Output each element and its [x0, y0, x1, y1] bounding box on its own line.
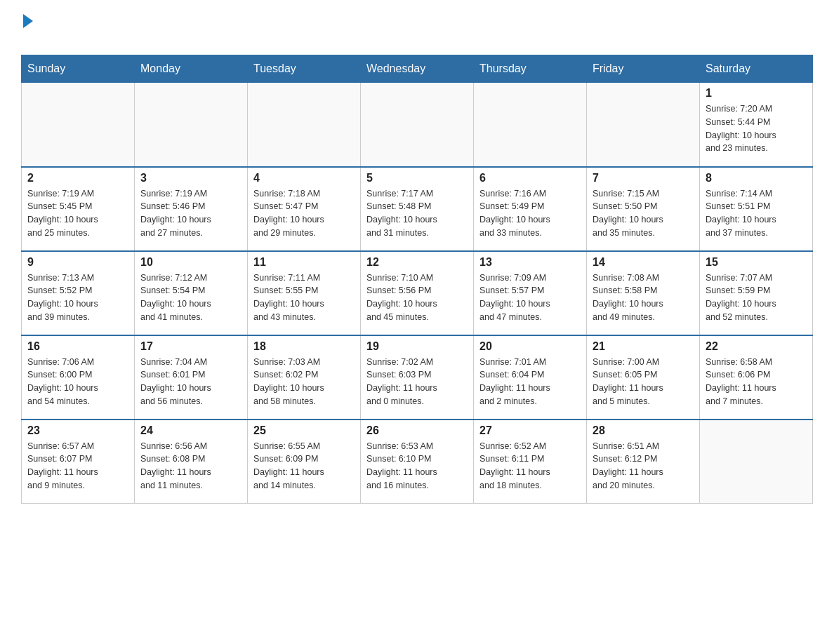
day-info: Sunrise: 7:20 AMSunset: 5:44 PMDaylight:…	[706, 102, 807, 155]
calendar-cell: 2Sunrise: 7:19 AMSunset: 5:45 PMDaylight…	[22, 167, 135, 251]
day-info: Sunrise: 7:09 AMSunset: 5:57 PMDaylight:…	[479, 271, 581, 324]
logo	[21, 14, 33, 48]
day-number: 15	[706, 256, 807, 269]
calendar-cell	[135, 83, 248, 167]
calendar-cell	[22, 83, 135, 167]
day-number: 25	[253, 424, 355, 437]
calendar-week-row: 9Sunrise: 7:13 AMSunset: 5:52 PMDaylight…	[22, 251, 813, 335]
calendar-cell: 21Sunrise: 7:00 AMSunset: 6:05 PMDayligh…	[587, 335, 700, 420]
calendar-cell: 8Sunrise: 7:14 AMSunset: 5:51 PMDaylight…	[700, 167, 813, 251]
calendar-cell: 16Sunrise: 7:06 AMSunset: 6:00 PMDayligh…	[22, 335, 135, 420]
calendar-cell: 18Sunrise: 7:03 AMSunset: 6:02 PMDayligh…	[248, 335, 361, 420]
day-info: Sunrise: 6:52 AMSunset: 6:11 PMDaylight:…	[479, 440, 581, 492]
day-number: 19	[366, 340, 468, 353]
day-number: 13	[479, 256, 581, 269]
day-info: Sunrise: 7:10 AMSunset: 5:56 PMDaylight:…	[366, 271, 468, 324]
day-number: 9	[27, 256, 128, 269]
day-number: 10	[140, 256, 241, 269]
day-info: Sunrise: 6:51 AMSunset: 6:12 PMDaylight:…	[593, 440, 694, 492]
day-number: 28	[593, 424, 694, 437]
calendar-cell: 17Sunrise: 7:04 AMSunset: 6:01 PMDayligh…	[135, 335, 248, 420]
day-info: Sunrise: 7:12 AMSunset: 5:54 PMDaylight:…	[140, 271, 241, 324]
calendar-cell: 11Sunrise: 7:11 AMSunset: 5:55 PMDayligh…	[248, 251, 361, 335]
day-number: 8	[706, 172, 807, 185]
day-number: 17	[140, 340, 241, 353]
day-info: Sunrise: 7:01 AMSunset: 6:04 PMDaylight:…	[479, 356, 581, 408]
calendar-week-row: 2Sunrise: 7:19 AMSunset: 5:45 PMDaylight…	[22, 167, 813, 251]
day-info: Sunrise: 6:56 AMSunset: 6:08 PMDaylight:…	[140, 440, 241, 492]
weekday-header-thursday: Thursday	[474, 55, 587, 83]
calendar-week-row: 23Sunrise: 6:57 AMSunset: 6:07 PMDayligh…	[22, 420, 813, 504]
weekday-header-wednesday: Wednesday	[361, 55, 474, 83]
calendar-cell	[474, 83, 587, 167]
day-info: Sunrise: 7:08 AMSunset: 5:58 PMDaylight:…	[593, 271, 694, 324]
page-header	[21, 14, 813, 48]
day-info: Sunrise: 7:19 AMSunset: 5:45 PMDaylight:…	[27, 187, 128, 240]
day-number: 1	[706, 87, 807, 100]
day-info: Sunrise: 7:14 AMSunset: 5:51 PMDaylight:…	[706, 187, 807, 240]
day-number: 26	[366, 424, 468, 437]
calendar-cell: 26Sunrise: 6:53 AMSunset: 6:10 PMDayligh…	[361, 420, 474, 504]
calendar-cell: 19Sunrise: 7:02 AMSunset: 6:03 PMDayligh…	[361, 335, 474, 420]
calendar-cell: 24Sunrise: 6:56 AMSunset: 6:08 PMDayligh…	[135, 420, 248, 504]
calendar-cell: 23Sunrise: 6:57 AMSunset: 6:07 PMDayligh…	[22, 420, 135, 504]
day-info: Sunrise: 6:55 AMSunset: 6:09 PMDaylight:…	[253, 440, 355, 492]
day-number: 23	[27, 424, 128, 437]
day-info: Sunrise: 7:15 AMSunset: 5:50 PMDaylight:…	[593, 187, 694, 240]
day-number: 3	[140, 172, 241, 185]
weekday-header-row: SundayMondayTuesdayWednesdayThursdayFrid…	[22, 55, 813, 83]
calendar-week-row: 1Sunrise: 7:20 AMSunset: 5:44 PMDaylight…	[22, 83, 813, 167]
day-info: Sunrise: 7:02 AMSunset: 6:03 PMDaylight:…	[366, 356, 468, 408]
day-number: 6	[479, 172, 581, 185]
day-number: 18	[253, 340, 355, 353]
day-info: Sunrise: 7:03 AMSunset: 6:02 PMDaylight:…	[253, 356, 355, 408]
day-info: Sunrise: 6:53 AMSunset: 6:10 PMDaylight:…	[366, 440, 468, 492]
weekday-header-saturday: Saturday	[700, 55, 813, 83]
calendar-cell	[361, 83, 474, 167]
day-info: Sunrise: 7:04 AMSunset: 6:01 PMDaylight:…	[140, 356, 241, 408]
day-info: Sunrise: 7:13 AMSunset: 5:52 PMDaylight:…	[27, 271, 128, 324]
calendar-cell: 27Sunrise: 6:52 AMSunset: 6:11 PMDayligh…	[474, 420, 587, 504]
weekday-header-sunday: Sunday	[22, 55, 135, 83]
calendar-cell	[248, 83, 361, 167]
day-number: 20	[479, 340, 581, 353]
weekday-header-monday: Monday	[135, 55, 248, 83]
calendar-cell: 3Sunrise: 7:19 AMSunset: 5:46 PMDaylight…	[135, 167, 248, 251]
calendar-cell	[700, 420, 813, 504]
calendar-cell: 12Sunrise: 7:10 AMSunset: 5:56 PMDayligh…	[361, 251, 474, 335]
day-info: Sunrise: 7:11 AMSunset: 5:55 PMDaylight:…	[253, 271, 355, 324]
day-number: 12	[366, 256, 468, 269]
day-number: 21	[593, 340, 694, 353]
day-number: 2	[27, 172, 128, 185]
day-info: Sunrise: 7:16 AMSunset: 5:49 PMDaylight:…	[479, 187, 581, 240]
day-info: Sunrise: 6:58 AMSunset: 6:06 PMDaylight:…	[706, 356, 807, 408]
calendar-cell: 25Sunrise: 6:55 AMSunset: 6:09 PMDayligh…	[248, 420, 361, 504]
day-info: Sunrise: 7:19 AMSunset: 5:46 PMDaylight:…	[140, 187, 241, 240]
calendar-cell: 7Sunrise: 7:15 AMSunset: 5:50 PMDaylight…	[587, 167, 700, 251]
day-number: 24	[140, 424, 241, 437]
day-number: 4	[253, 172, 355, 185]
day-info: Sunrise: 7:00 AMSunset: 6:05 PMDaylight:…	[593, 356, 694, 408]
calendar-cell	[587, 83, 700, 167]
calendar-cell: 6Sunrise: 7:16 AMSunset: 5:49 PMDaylight…	[474, 167, 587, 251]
calendar-cell: 28Sunrise: 6:51 AMSunset: 6:12 PMDayligh…	[587, 420, 700, 504]
logo-triangle-icon	[23, 14, 33, 28]
day-number: 27	[479, 424, 581, 437]
calendar-cell: 14Sunrise: 7:08 AMSunset: 5:58 PMDayligh…	[587, 251, 700, 335]
day-info: Sunrise: 7:07 AMSunset: 5:59 PMDaylight:…	[706, 271, 807, 324]
day-number: 11	[253, 256, 355, 269]
day-info: Sunrise: 7:06 AMSunset: 6:00 PMDaylight:…	[27, 356, 128, 408]
calendar-cell: 5Sunrise: 7:17 AMSunset: 5:48 PMDaylight…	[361, 167, 474, 251]
calendar-cell: 13Sunrise: 7:09 AMSunset: 5:57 PMDayligh…	[474, 251, 587, 335]
calendar-table: SundayMondayTuesdayWednesdayThursdayFrid…	[21, 55, 813, 504]
calendar-cell: 1Sunrise: 7:20 AMSunset: 5:44 PMDaylight…	[700, 83, 813, 167]
day-info: Sunrise: 6:57 AMSunset: 6:07 PMDaylight:…	[27, 440, 128, 492]
calendar-cell: 10Sunrise: 7:12 AMSunset: 5:54 PMDayligh…	[135, 251, 248, 335]
calendar-cell: 22Sunrise: 6:58 AMSunset: 6:06 PMDayligh…	[700, 335, 813, 420]
day-number: 7	[593, 172, 694, 185]
day-number: 22	[706, 340, 807, 353]
day-number: 14	[593, 256, 694, 269]
day-info: Sunrise: 7:17 AMSunset: 5:48 PMDaylight:…	[366, 187, 468, 240]
calendar-cell: 15Sunrise: 7:07 AMSunset: 5:59 PMDayligh…	[700, 251, 813, 335]
day-number: 16	[27, 340, 128, 353]
